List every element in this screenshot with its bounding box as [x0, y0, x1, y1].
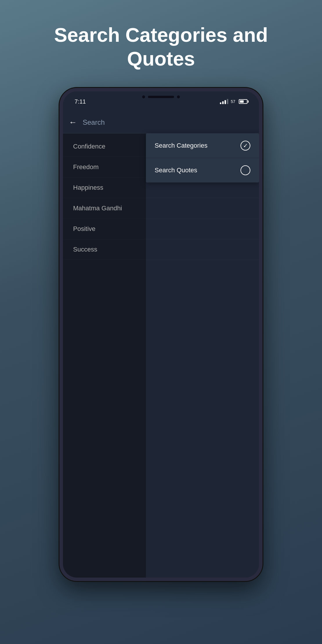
back-button[interactable]: ←	[69, 118, 77, 127]
search-quotes-option[interactable]: Search Quotes	[146, 158, 259, 182]
phone-frame: 7:11 57 ← Search Confidence	[59, 88, 263, 581]
dim-overlay	[63, 133, 146, 578]
search-categories-option[interactable]: Search Categories ✓	[146, 133, 259, 158]
search-quotes-radio[interactable]	[240, 165, 250, 175]
search-categories-radio[interactable]: ✓	[240, 141, 250, 151]
speaker	[148, 96, 174, 98]
signal-bar-2	[222, 101, 224, 104]
status-icons: 57	[220, 99, 247, 104]
battery-icon	[239, 99, 247, 104]
battery-fill	[240, 100, 244, 103]
signal-icon	[220, 99, 228, 104]
app-screen: ← Search Confidence Freedom Happiness Ma…	[63, 112, 259, 578]
app-toolbar: ← Search	[63, 112, 259, 133]
search-categories-label: Search Categories	[155, 142, 207, 149]
battery-percent: 57	[231, 99, 235, 104]
phone-notch	[142, 95, 180, 98]
page-title: Search Categories and Quotes	[52, 23, 270, 70]
search-type-dropdown: Search Categories ✓ Search Quotes	[146, 133, 259, 182]
front-camera	[142, 95, 145, 98]
status-bar: 7:11 57	[63, 91, 259, 112]
sensor	[177, 95, 180, 98]
status-time: 7:11	[75, 98, 86, 105]
checkmark-icon: ✓	[243, 142, 248, 149]
search-quotes-label: Search Quotes	[155, 167, 197, 174]
toolbar-title: Search	[83, 118, 105, 126]
signal-bar-3	[225, 100, 226, 104]
signal-bar-4	[227, 99, 228, 104]
signal-bar-1	[220, 102, 221, 104]
